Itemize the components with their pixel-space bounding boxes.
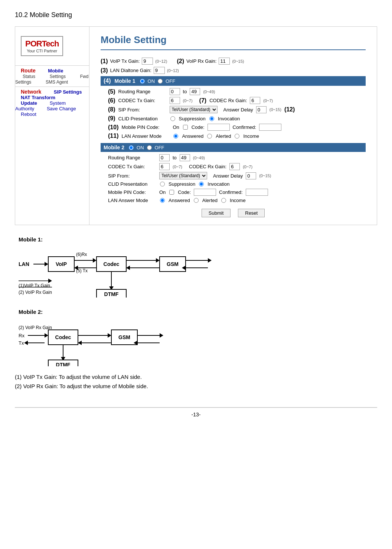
mobile1-codec-tx-label: CODEC Tx Gain: (118, 98, 167, 103)
mobile1-lan-answer-label: LAN Answer Mode (121, 133, 170, 139)
mobile1-clid-suppression-label: Suppression (179, 116, 206, 121)
desc-item-1: (1) VoIP Tx Gain: To adjust the volume o… (15, 374, 377, 380)
mobile1-pin-confirmed-input[interactable] (259, 124, 281, 131)
mobile1-codec-rx-input[interactable] (250, 97, 260, 104)
mobile2-codec-rx-input[interactable] (229, 163, 240, 170)
num2-label: (2) (177, 58, 184, 65)
mobile1-sip-label: SIP From: (118, 107, 167, 113)
mobile2-clid-suppression-label: Suppression (169, 181, 195, 187)
mobile1-routing-to[interactable] (190, 88, 200, 95)
mobile1-clid-row: (9) CLID Presentation Suppression Invoca… (108, 115, 366, 122)
sidebar-item-save-change[interactable]: Save Change (41, 105, 82, 113)
mobile2-routing-label: Routing Range (108, 155, 156, 160)
rx-label-m1: (6)Rx (76, 252, 87, 257)
voip-text: VoIP (56, 261, 67, 267)
svg-marker-14 (208, 258, 212, 263)
mobile2-routing-from[interactable] (159, 154, 170, 161)
mobile2-sip-label: SIP From: (108, 173, 156, 179)
mobile1-lan-income-radio[interactable] (235, 134, 239, 139)
mobile2-fields: Routing Range to (0~49) CODEC Tx Gain: (… (108, 154, 366, 203)
mobile2-clid-invocation-radio[interactable] (199, 182, 204, 186)
svg-marker-32 (78, 341, 82, 345)
diagram-section: Mobile 1: LAN VoIP (6)Rx (5) Tx (15, 233, 377, 396)
mobile2-lan-answer-label: LAN Answer Mode (108, 198, 156, 203)
mobile1-routing-from[interactable] (170, 88, 180, 95)
mobile2-pin-confirmed-input[interactable] (246, 189, 268, 196)
mobile1-answer-delay-range: (0~15) (270, 107, 281, 112)
mobile1-clid-suppression-radio[interactable] (170, 116, 175, 121)
svg-marker-25 (45, 333, 48, 338)
mobile1-num11: (11) (108, 133, 118, 139)
mobile1-lan-answered-label: Answered (182, 133, 203, 139)
mobile2-codec-tx-range: (0~7) (173, 165, 182, 169)
mobile1-header: (4) Mobile 1 ON OFF (101, 76, 366, 86)
mobile2-lan-answered-radio[interactable] (160, 198, 165, 203)
lan-dialtone-input[interactable] (154, 67, 165, 74)
mobile2-clid-label: CLID Presentation (108, 181, 156, 187)
sidebar-item-reboot[interactable]: Reboot (15, 110, 42, 118)
mobile1-pin-code-input[interactable] (208, 124, 230, 131)
routing2-to-label: to (173, 155, 177, 160)
page-title: 10.2 Mobile Setting (15, 11, 377, 19)
mobile1-num7: (7) (199, 97, 207, 104)
mobile1-num12: (12) (284, 106, 295, 113)
mobile1-codec-tx-input[interactable] (170, 97, 180, 104)
mobile1-routing-hint: (0~49) (203, 90, 215, 94)
logo-box: PORTech Your CTI Partner (21, 36, 63, 56)
mobile2-routing-hint: (0~49) (193, 156, 205, 160)
descriptions: (1) VoIP Tx Gain: To adjust the volume o… (15, 374, 377, 389)
mobile2-clid-invocation-label: Invocation (208, 181, 229, 187)
svg-marker-21 (48, 279, 52, 283)
mobile1-num8: (8) (108, 106, 115, 113)
mobile2-sip-row: SIP From: Tel/User (Standard) Answer Del… (108, 172, 366, 179)
submit-button[interactable]: Submit (202, 209, 231, 217)
mobile2-codec-tx-input[interactable] (159, 163, 170, 170)
mobile2-off-radio[interactable] (147, 145, 152, 150)
mobile1-answer-delay-input[interactable] (256, 106, 267, 113)
mobile2-codec-rx-label: CODEC Rx Gain: (189, 164, 226, 169)
mobile2-on-off: ON OFF (128, 145, 164, 150)
mobile1-num9: (9) (108, 115, 115, 122)
voip-rx-gain-label: VoIP Rx Gain: (186, 58, 216, 64)
mobile1-codec-rx-range: (0~7) (263, 98, 273, 103)
mobile2-lan-income-radio[interactable] (221, 198, 226, 203)
mobile1-sip-select[interactable]: Tel/User (Standard) (170, 106, 218, 113)
mobile2-pin-row: Mobile PIN Code: On Code: Confirmed: (108, 189, 366, 196)
reset-button[interactable]: Reset (238, 209, 265, 217)
mobile1-routing-label: Routing Range (118, 89, 167, 94)
mobile2-lan-answered-label: Answered (169, 198, 190, 203)
mobile2-off-label: OFF (155, 145, 164, 150)
mobile2-on-radio[interactable] (129, 145, 134, 150)
sidebar-item-sms-agent[interactable]: SMS Agent (38, 77, 74, 87)
mobile1-on-radio[interactable] (140, 79, 145, 84)
mobile1-section: (4) Mobile 1 ON OFF (5) Routing Range (101, 76, 366, 139)
mobile2-clid-suppression-radio[interactable] (160, 182, 165, 186)
mobile2-diagram-inner: Mobile 2: (2) VoIP Rx Gain Rx Tx (19, 309, 249, 366)
mobile1-pin-on-checkbox[interactable] (183, 125, 188, 130)
mobile1-lan-alerted-radio[interactable] (207, 134, 212, 139)
mobile2-pin-code-input[interactable] (194, 189, 216, 196)
mobile1-off-label: OFF (166, 78, 175, 84)
mobile2-routing-to[interactable] (180, 154, 190, 161)
mobile2-lan-alerted-radio[interactable] (194, 198, 199, 203)
mobile1-codec-tx-range: (0~7) (183, 98, 193, 103)
mobile2-sip-select[interactable]: Tel/User (Standard) (159, 172, 207, 179)
mobile1-pin-confirmed-label: Confirmed: (233, 124, 257, 130)
mobile1-off-radio[interactable] (158, 79, 163, 84)
mobile1-answer-delay-label: Answer Delay (223, 107, 253, 113)
mobile1-lan-answered-radio[interactable] (173, 134, 178, 139)
lan-dialtone-range: (0~12) (167, 68, 179, 73)
codec-text-m2: Codec (55, 334, 71, 340)
mobile2-pin-on-checkbox[interactable] (169, 190, 174, 195)
lan-dialtone-label: LAN Dialtone Gain: (110, 68, 151, 73)
voip-rx-gain-input[interactable] (219, 58, 230, 65)
voip-tx-gain-input[interactable] (142, 58, 153, 65)
mobile1-svg: LAN VoIP (6)Rx (5) Tx (19, 246, 249, 298)
mobile1-pin-row: (10) Mobile PIN Code: On Code: Confirmed… (108, 124, 366, 131)
sidebar: PORTech Your CTI Partner Route Mobile St… (15, 27, 89, 225)
mobile1-clid-invocation-radio[interactable] (209, 116, 214, 121)
mobile2-answer-delay-input[interactable] (246, 172, 256, 179)
svg-marker-4 (93, 258, 97, 263)
mobile1-pin-on-label: On (173, 124, 179, 130)
mobile2-lan-alerted-label: Alerted (202, 198, 218, 203)
